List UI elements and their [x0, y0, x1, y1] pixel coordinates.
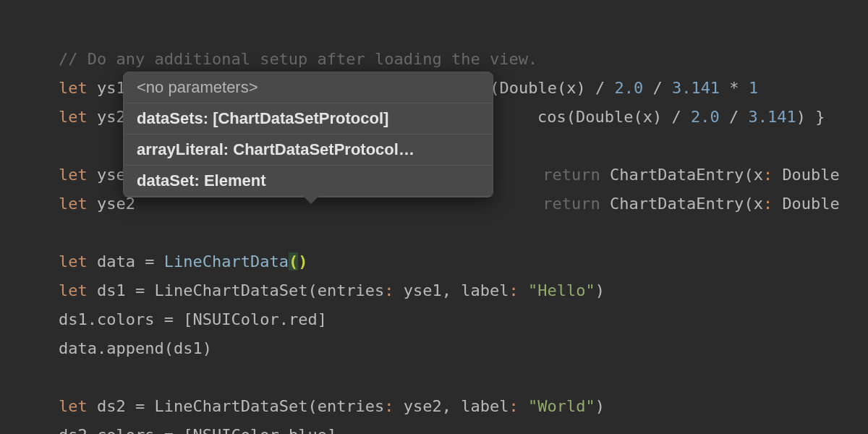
arg-label: x — [754, 195, 763, 213]
keyword-let: let — [59, 195, 88, 213]
type: ChartDataEntry — [600, 195, 744, 213]
code-line[interactable]: // Do any additional setup after loading… — [20, 16, 868, 45]
brace: } — [806, 108, 825, 126]
statement: data.append(ds1) — [59, 339, 212, 357]
code-line[interactable]: let ys1 = Array(1..<10).map { x in retur… — [20, 45, 868, 74]
code-editor[interactable]: // Do any additional setup after loading… — [0, 0, 868, 421]
type: Double — [782, 195, 839, 213]
number: 3.141 — [748, 108, 796, 126]
paren: ( — [566, 108, 576, 126]
hint-item-dataset[interactable]: dataSet: Element — [124, 166, 493, 197]
keyword-let: let — [59, 108, 88, 126]
operator: / — [662, 108, 691, 126]
code-line[interactable]: let ds2 = LineChartDataSet(entries: yse2… — [20, 363, 868, 392]
popup-arrow-icon — [303, 196, 319, 204]
equals: = — [164, 426, 184, 434]
bracket: ] — [327, 426, 336, 434]
paren: ) — [796, 108, 806, 126]
bracket: [ — [183, 426, 192, 434]
code-line[interactable]: let ds1 = LineChartDataSet(entries: yse1… — [20, 247, 868, 276]
identifier: x — [643, 108, 652, 126]
identifier: NSUIColor.blue — [192, 426, 326, 434]
operator: / — [720, 108, 749, 126]
hint-item-no-parameters[interactable]: <no parameters> — [124, 72, 493, 103]
property: ds2.colors — [59, 426, 164, 434]
code-line[interactable]: data.append(ds1) — [20, 305, 868, 334]
func: cos — [537, 108, 566, 126]
paren: ( — [633, 108, 642, 126]
code-line[interactable]: let data = LineChartData() — [20, 218, 868, 247]
code-line[interactable]: ds2.colors = [NSUIColor.blue] — [20, 392, 868, 421]
number: 2.0 — [691, 108, 720, 126]
parameter-hint-popup[interactable]: <no parameters> dataSets: [ChartDataSetP… — [123, 72, 493, 197]
hint-item-arrayliteral[interactable]: arrayLiteral: ChartDataSetProtocol… — [124, 135, 493, 166]
keyword-return: return — [533, 195, 600, 213]
type: Double — [576, 108, 633, 126]
paren: ) — [652, 108, 662, 126]
code-line[interactable]: ds1.colors = [NSUIColor.red] — [20, 276, 868, 305]
hint-item-datasets[interactable]: dataSets: [ChartDataSetProtocol] — [124, 103, 493, 135]
colon: : — [763, 195, 783, 213]
paren: ( — [744, 195, 753, 213]
